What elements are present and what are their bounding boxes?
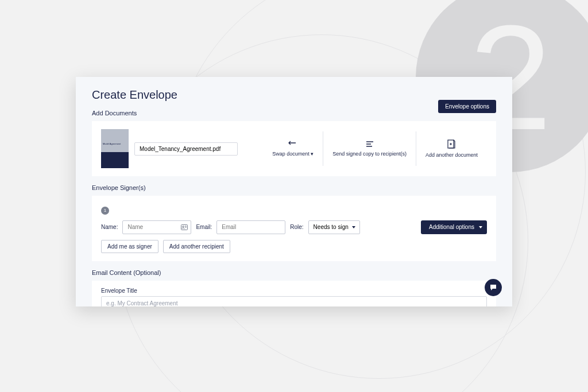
swap-label: Swap document ▾ — [272, 151, 314, 157]
swap-icon — [288, 141, 298, 148]
document-filename-input[interactable] — [134, 142, 238, 156]
create-envelope-panel: Create Envelope Envelope options Add Doc… — [76, 77, 512, 306]
chat-widget-button[interactable] — [485, 279, 502, 296]
envelope-title-label: Envelope Title — [101, 288, 487, 294]
signer-email-input[interactable] — [216, 220, 285, 234]
role-label: Role: — [290, 224, 303, 230]
documents-card: Model Agreement Swap document ▾ Send sig… — [92, 121, 496, 176]
list-icon — [365, 141, 374, 148]
swap-document-button[interactable]: Swap document ▾ — [263, 131, 323, 166]
add-another-recipient-button[interactable]: Add another recipient — [163, 240, 230, 253]
envelope-signers-heading: Envelope Signer(s) — [92, 184, 496, 191]
send-copy-label: Send signed copy to recipient(s) — [332, 151, 407, 157]
add-document-icon — [447, 139, 455, 149]
send-signed-copy-button[interactable]: Send signed copy to recipient(s) — [323, 131, 416, 166]
signer-name-input[interactable] — [122, 220, 191, 234]
signer-number-badge: 1 — [101, 207, 109, 215]
document-thumbnail[interactable]: Model Agreement — [101, 129, 129, 168]
signers-card: 1 Name: Email: Role: Needs to sign Addit… — [92, 196, 496, 261]
name-label: Name: — [101, 224, 118, 230]
thumbnail-caption: Model Agreement — [103, 143, 127, 145]
add-me-as-signer-button[interactable]: Add me as signer — [101, 240, 158, 253]
signer-role-select[interactable]: Needs to sign — [308, 220, 360, 234]
add-documents-heading: Add Documents — [92, 110, 496, 117]
email-content-heading: Email Content (Optional) — [92, 269, 496, 276]
chat-icon — [489, 284, 497, 292]
email-label: Email: — [196, 224, 212, 230]
add-another-label: Add another document — [425, 152, 478, 158]
add-another-document-button[interactable]: Add another document — [416, 131, 487, 166]
envelope-options-button[interactable]: Envelope options — [438, 100, 496, 113]
page-title: Create Envelope — [92, 88, 496, 102]
envelope-title-input[interactable] — [101, 296, 487, 307]
email-content-card: Envelope Title Subject — [92, 281, 496, 307]
additional-options-button[interactable]: Additional options — [421, 220, 487, 234]
